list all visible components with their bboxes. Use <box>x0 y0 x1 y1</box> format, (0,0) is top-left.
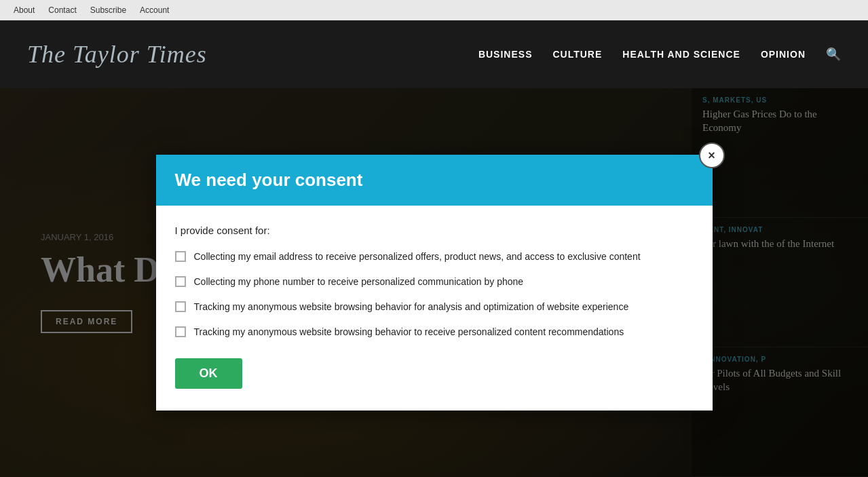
consent-item-3: Tracking my anonymous website browsing b… <box>175 300 694 314</box>
consent-item-2: Collecting my phone number to receive pe… <box>175 275 694 289</box>
consent-items-list: Collecting my email address to receive p… <box>175 250 694 339</box>
nav-business[interactable]: BUSINESS <box>478 49 533 60</box>
modal-overlay: × We need your consent I provide consent… <box>0 88 868 477</box>
nav-culture[interactable]: CULTURE <box>552 49 602 60</box>
ok-button[interactable]: OK <box>175 358 242 389</box>
consent-label-2[interactable]: Collecting my phone number to receive pe… <box>194 275 524 289</box>
consent-checkbox-4[interactable] <box>175 326 186 337</box>
search-button[interactable]: 🔍 <box>826 47 841 62</box>
consent-label-1[interactable]: Collecting my email address to receive p… <box>194 250 641 264</box>
utility-link-about[interactable]: About <box>14 5 35 15</box>
consent-modal: × We need your consent I provide consent… <box>156 155 713 411</box>
consent-item-1: Collecting my email address to receive p… <box>175 250 694 264</box>
utility-bar: About Contact Subscribe Account <box>0 0 868 20</box>
consent-checkbox-1[interactable] <box>175 251 186 262</box>
main-nav: BUSINESS CULTURE HEALTH AND SCIENCE OPIN… <box>478 47 841 62</box>
consent-label-3[interactable]: Tracking my anonymous website browsing b… <box>194 300 629 314</box>
consent-checkbox-3[interactable] <box>175 301 186 312</box>
utility-link-subscribe[interactable]: Subscribe <box>90 5 126 15</box>
modal-body: I provide consent for: Collecting my ema… <box>156 206 713 411</box>
consent-item-4: Tracking my anonymous website browsing b… <box>175 325 694 339</box>
consent-intro: I provide consent for: <box>175 225 694 236</box>
consent-label-4[interactable]: Tracking my anonymous website browsing b… <box>194 325 624 339</box>
consent-checkbox-2[interactable] <box>175 276 186 287</box>
nav-opinion[interactable]: OPINION <box>761 49 806 60</box>
site-logo[interactable]: The Taylor Times <box>27 40 207 69</box>
hero-section: JANUARY 1, 2016 What D... Could ... READ… <box>0 88 868 477</box>
nav-health-science[interactable]: HEALTH AND SCIENCE <box>622 49 740 60</box>
modal-header: We need your consent <box>156 155 713 206</box>
site-header: The Taylor Times BUSINESS CULTURE HEALTH… <box>0 20 868 88</box>
utility-link-contact[interactable]: Contact <box>48 5 76 15</box>
utility-link-account[interactable]: Account <box>140 5 169 15</box>
modal-title: We need your consent <box>175 170 694 191</box>
close-button[interactable]: × <box>699 142 725 168</box>
